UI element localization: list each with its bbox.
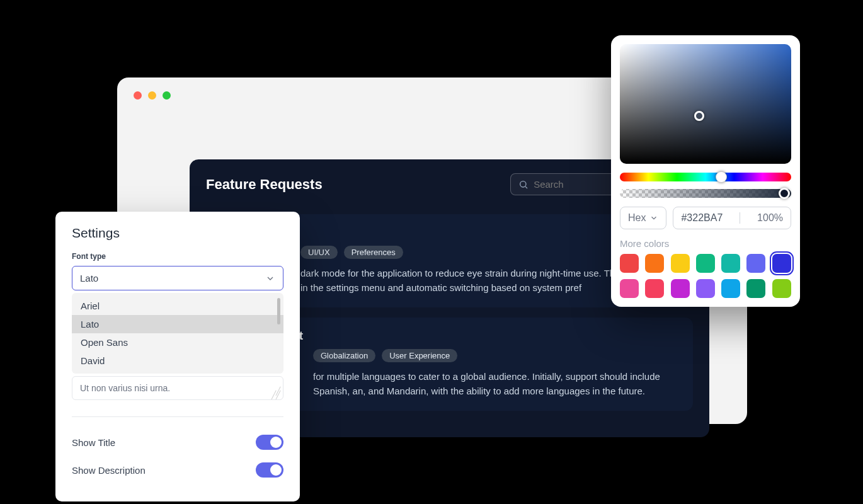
dropdown-scrollbar[interactable]: [277, 298, 280, 324]
sv-thumb[interactable]: [694, 111, 704, 121]
textarea-value: Ut non varius nisi urna.: [80, 383, 170, 393]
font-type-select[interactable]: Lato: [72, 266, 283, 290]
color-swatches: [620, 254, 791, 298]
font-type-dropdown: Ariel Lato Open Sans David: [72, 293, 283, 374]
color-swatch[interactable]: [620, 279, 639, 298]
color-swatch[interactable]: [645, 279, 664, 298]
show-title-row: Show Title: [72, 428, 283, 456]
hue-slider[interactable]: [620, 173, 791, 181]
color-swatch[interactable]: [721, 254, 740, 273]
show-title-label: Show Title: [72, 437, 115, 448]
divider: [72, 416, 283, 417]
color-swatch[interactable]: [620, 254, 639, 273]
svg-line-1: [525, 186, 527, 188]
more-colors-label: More colors: [620, 238, 791, 249]
hue-thumb[interactable]: [716, 171, 727, 183]
color-format-value: Hex: [628, 212, 646, 224]
window-controls: [134, 91, 171, 100]
window-close-icon[interactable]: [134, 91, 142, 100]
color-swatch[interactable]: [671, 279, 690, 298]
tag[interactable]: Preferences: [344, 246, 403, 259]
color-opacity-value: 100%: [757, 212, 783, 224]
chevron-down-icon: [265, 273, 275, 284]
resize-handle-icon[interactable]: ╱╱╱: [271, 389, 280, 397]
color-swatch[interactable]: [746, 279, 765, 298]
color-swatch[interactable]: [721, 279, 740, 298]
font-type-label: Font type: [72, 252, 283, 261]
color-picker: Hex #322BA7 100% More colors: [611, 35, 800, 307]
settings-popover: Settings Font type Lato Ariel Lato Open …: [55, 212, 300, 501]
alpha-slider[interactable]: [620, 189, 791, 198]
settings-textarea[interactable]: Ut non varius nisi urna. ╱╱╱: [72, 376, 283, 400]
font-type-selected: Lato: [80, 273, 98, 284]
svg-point-0: [520, 181, 526, 186]
color-swatch[interactable]: [696, 279, 715, 298]
settings-title: Settings: [72, 226, 283, 241]
color-hex-value: #322BA7: [681, 212, 723, 224]
font-option[interactable]: David: [72, 352, 283, 370]
color-swatch[interactable]: [696, 254, 715, 273]
color-swatch[interactable]: [671, 254, 690, 273]
tag[interactable]: User Experience: [382, 349, 457, 362]
color-hex-field[interactable]: #322BA7 100%: [673, 207, 791, 229]
show-title-toggle[interactable]: [256, 435, 283, 450]
font-option[interactable]: Lato: [72, 315, 283, 333]
tag[interactable]: UI/UX: [300, 246, 338, 259]
show-description-label: Show Description: [72, 465, 146, 476]
feature-requests-title: Feature Requests: [206, 176, 323, 193]
color-value-row: Hex #322BA7 100%: [620, 207, 791, 229]
color-swatch[interactable]: [746, 254, 765, 273]
show-description-toggle[interactable]: [256, 462, 283, 478]
color-swatch[interactable]: [772, 254, 791, 273]
show-description-row: Show Description: [72, 456, 283, 484]
separator: [740, 212, 740, 224]
chevron-down-icon: [649, 214, 658, 222]
window-minimize-icon[interactable]: [148, 91, 156, 100]
color-swatch[interactable]: [772, 279, 791, 298]
tag[interactable]: Globalization: [313, 349, 375, 362]
font-option[interactable]: Ariel: [72, 297, 283, 315]
color-swatch[interactable]: [645, 254, 664, 273]
window-zoom-icon[interactable]: [163, 91, 171, 100]
color-format-select[interactable]: Hex: [620, 207, 666, 229]
alpha-thumb[interactable]: [779, 188, 790, 199]
font-option[interactable]: Open Sans: [72, 333, 283, 352]
search-icon: [518, 180, 529, 190]
saturation-value-field[interactable]: [620, 44, 791, 164]
